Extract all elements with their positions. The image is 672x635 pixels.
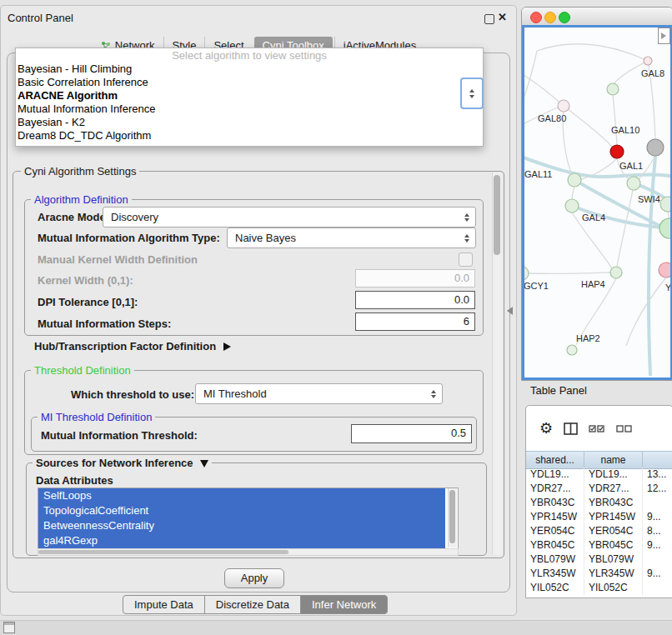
mi-threshold-field[interactable]: 0.5 xyxy=(351,424,472,443)
kernel-width-field[interactable]: 0.0 xyxy=(355,269,475,288)
network-edge xyxy=(529,272,610,273)
algorithm-option[interactable]: Bayesian - Hill Climbing xyxy=(16,62,483,76)
table-row[interactable]: YBR043CYBR043C xyxy=(526,496,672,510)
node-label: GAL11 xyxy=(524,169,552,179)
attribute-item[interactable]: TopologicalCoefficient xyxy=(38,503,445,518)
table-cell: YBL079W xyxy=(526,552,584,567)
deselect-all-icon[interactable] xyxy=(616,424,633,433)
algorithm-dropdown: Select algorithm to view settings Bayesi… xyxy=(15,48,484,147)
aracne-mode-label: Aracne Mode: xyxy=(38,211,109,223)
network-node[interactable] xyxy=(659,262,670,278)
table-row[interactable]: YBR045CYBR045C9... xyxy=(526,538,672,552)
table-row[interactable]: YLR345WYLR345W9... xyxy=(526,567,672,581)
table-row[interactable]: YDR27...YDR27...12... xyxy=(526,482,672,496)
hub-definition-toggle[interactable]: Hub/Transcription Factor Definition xyxy=(34,340,231,352)
dpi-tolerance-label: DPI Tolerance [0,1]: xyxy=(38,296,138,308)
table-row[interactable]: YIL052CYIL052C xyxy=(526,581,672,595)
attributes-scrollbar[interactable] xyxy=(448,488,457,548)
stepper-up-icon xyxy=(469,89,474,92)
table-cell: YER054C xyxy=(584,524,643,538)
table-panel-window: ⚙ shared...name YDL19...YDL19...13...YDR… xyxy=(525,405,672,598)
column-header[interactable]: shared... xyxy=(526,452,584,468)
algorithm-option[interactable]: Bayesian - K2 xyxy=(16,116,483,129)
network-edge xyxy=(626,278,666,346)
node-label: Y xyxy=(665,282,670,292)
node-label: GAL10 xyxy=(611,125,639,135)
settings-scrollbar-thumb[interactable] xyxy=(494,175,500,255)
table-row[interactable]: YDL19...YDL19...13... xyxy=(526,468,672,482)
node-label: GCY1 xyxy=(524,281,549,291)
network-node[interactable] xyxy=(524,267,529,280)
network-node[interactable] xyxy=(660,197,670,212)
mi-type-value: Naive Bayes xyxy=(228,232,461,244)
attribute-item[interactable]: SelfLoops xyxy=(38,488,445,503)
network-node[interactable] xyxy=(558,100,569,112)
minimize-traffic-light[interactable] xyxy=(544,12,556,23)
network-canvas[interactable]: GAL8GAL80GAL10GAL11GAL1SWI4GAL4GCY1HAP4Y… xyxy=(522,25,672,380)
attribute-item[interactable]: BetweennessCentrality xyxy=(38,518,445,533)
tab-discretize-data[interactable]: Discretize Data xyxy=(204,595,301,614)
apply-button[interactable]: Apply xyxy=(224,568,284,588)
float-window-icon[interactable] xyxy=(484,14,494,24)
restore-panel-icon[interactable] xyxy=(3,622,15,633)
which-threshold-select[interactable]: MI Threshold xyxy=(195,383,443,404)
columns-icon[interactable] xyxy=(564,422,578,435)
table-cell xyxy=(643,496,672,510)
sources-toggle[interactable]: Sources for Network Inference xyxy=(33,457,212,469)
network-edge xyxy=(572,187,574,199)
network-node[interactable] xyxy=(565,199,579,212)
select-all-icon[interactable] xyxy=(589,424,605,433)
zoom-traffic-light[interactable] xyxy=(559,12,570,23)
algorithm-option[interactable]: Dream8 DC_TDC Algorithm xyxy=(16,129,483,142)
mi-steps-field[interactable]: 6 xyxy=(355,312,475,331)
dpi-tolerance-field[interactable]: 0.0 xyxy=(355,291,475,309)
settings-scrollbar[interactable] xyxy=(492,172,502,555)
table-row[interactable]: YBL079WYBL079W xyxy=(526,552,672,567)
table-row[interactable]: YPR145WYPR145W9... xyxy=(526,510,672,524)
attribute-item[interactable]: gal4RGexp xyxy=(38,533,445,548)
bottom-tab-group: Impute Data Discretize Data Infer Networ… xyxy=(123,595,388,614)
aracne-mode-select[interactable]: Discovery xyxy=(103,207,476,228)
algorithm-option[interactable]: Mutual Information Inference xyxy=(16,102,483,116)
attributes-scrollbar-thumb[interactable] xyxy=(449,490,455,543)
combo-arrows-icon xyxy=(461,213,473,222)
splitter-collapse-arrow[interactable] xyxy=(507,307,513,315)
hub-definition-label: Hub/Transcription Factor Definition xyxy=(34,340,216,352)
manual-kernel-checkbox[interactable] xyxy=(459,252,473,267)
network-node[interactable] xyxy=(568,173,581,187)
table-cell: YLR345W xyxy=(526,567,584,581)
mi-threshold-label: Mutual Information Threshold: xyxy=(41,429,198,442)
algorithm-option[interactable]: ARACNE Algorithm xyxy=(16,89,483,102)
expand-right-icon xyxy=(223,342,231,351)
which-threshold-value: MI Threshold xyxy=(196,388,428,400)
tab-infer-network[interactable]: Infer Network xyxy=(300,595,388,614)
network-node[interactable] xyxy=(644,57,652,65)
network-node[interactable] xyxy=(610,267,622,278)
combo-arrows-icon xyxy=(428,390,439,398)
close-window-icon[interactable]: ✕ xyxy=(498,11,507,23)
column-header[interactable]: name xyxy=(584,452,643,468)
attributes-hscrollbar-thumb[interactable] xyxy=(38,550,288,554)
attributes-hscrollbar[interactable] xyxy=(38,548,459,556)
network-node[interactable] xyxy=(647,139,664,156)
network-node[interactable] xyxy=(610,145,624,158)
status-strip xyxy=(0,620,672,635)
mi-type-select[interactable]: Naive Bayes xyxy=(227,228,476,248)
tab-impute-data[interactable]: Impute Data xyxy=(123,595,205,614)
algorithm-option[interactable]: Basic Correlation Inference xyxy=(16,76,483,89)
column-header[interactable] xyxy=(643,452,672,468)
table-cell: YLR345W xyxy=(584,567,643,581)
kernel-width-label: Kernel Width (0,1): xyxy=(38,274,133,287)
network-node[interactable] xyxy=(627,177,640,190)
mi-steps-label: Mutual Information Steps: xyxy=(38,318,171,330)
birdseye-arrow-icon xyxy=(661,32,666,39)
algorithm-combo-stepper[interactable] xyxy=(460,78,484,109)
birdseye-toggle[interactable] xyxy=(658,28,670,44)
table-row[interactable]: YER054CYER054C8... xyxy=(526,524,672,538)
network-node[interactable] xyxy=(567,345,577,355)
network-node[interactable] xyxy=(659,218,670,238)
gear-icon[interactable]: ⚙ xyxy=(539,421,553,436)
network-node[interactable] xyxy=(607,83,619,95)
close-traffic-light[interactable] xyxy=(530,12,542,23)
network-window-titlebar[interactable] xyxy=(522,8,672,26)
